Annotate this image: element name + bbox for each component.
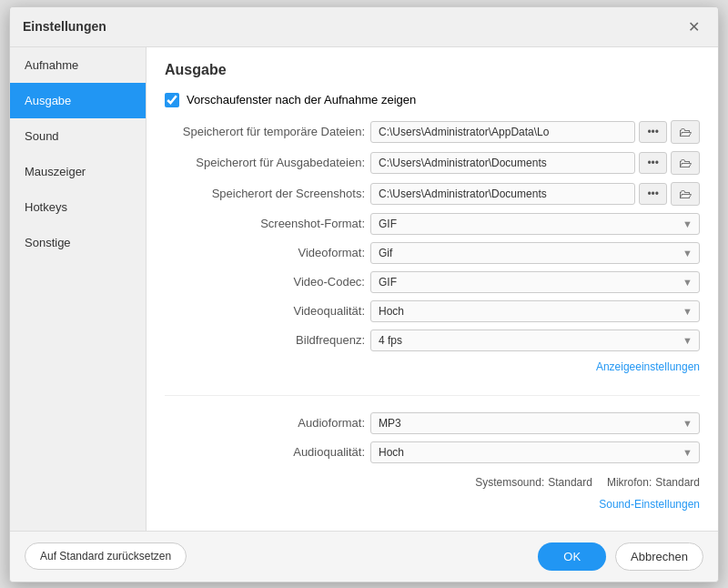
preview-checkbox-row: Vorschaufenster nach der Aufnahme zeigen [165,93,700,107]
sidebar-item-aufnahme[interactable]: Aufnahme [10,47,146,83]
systemsound-value: Standard [548,476,592,489]
dialog-body: Aufnahme Ausgabe Sound Mauszeiger Hotkey… [10,47,718,531]
videoformat-label: Videoformat: [165,246,365,259]
screenshot-path-label: Speicherort der Screenshots: [165,187,365,200]
videoformat-select[interactable]: GifMP4AVIWMV [370,242,700,264]
anzeigeeinstellungen-row: Anzeigeeinstellungen [165,360,700,373]
bildfrequenz-select[interactable]: 4 fps8 fps12 fps24 fps30 fps [370,329,700,351]
audio-status-row: Systemsound: Standard Mikrofon: Standard [165,476,700,489]
content-title: Ausgabe [165,62,700,78]
reset-button[interactable]: Auf Standard zurücksetzen [25,542,187,570]
settings-dialog: Einstellungen ✕ Aufnahme Ausgabe Sound M… [9,6,719,583]
anzeigeeinstellungen-button[interactable]: Anzeigeeinstellungen [596,360,700,373]
videoformat-row: Videoformat: GifMP4AVIWMV ▼ [165,242,700,264]
cancel-button[interactable]: Abbrechen [615,542,703,571]
sound-einstellungen-button[interactable]: Sound-Einstellungen [599,498,700,511]
screenshot-format-select[interactable]: GIFJPGPNGBMP [370,213,700,235]
temp-path-row: Speicherort für temporäre Dateien: ••• 🗁 [165,120,700,144]
sidebar-item-hotkeys[interactable]: Hotkeys [10,189,146,225]
systemsound-label: Systemsound: [475,476,544,489]
temp-path-label: Speicherort für temporäre Dateien: [165,125,365,138]
bildfrequenz-label: Bildfrequenz: [165,333,365,347]
mikrofon-value: Standard [655,476,700,489]
preview-checkbox-label: Vorschaufenster nach der Aufnahme zeigen [187,93,416,106]
dialog-footer: Auf Standard zurücksetzen OK Abbrechen [10,531,718,582]
dialog-title: Einstellungen [23,19,106,34]
video-codec-select-group: GIFH.264HEVC ▼ [370,271,700,293]
temp-path-dots-button[interactable]: ••• [639,121,667,143]
title-bar: Einstellungen ✕ [10,7,718,47]
form-section: Speicherort für temporäre Dateien: ••• 🗁… [165,120,700,516]
audioqualitaet-select[interactable]: HochMittelNiedrig [370,441,700,463]
videoqualitaet-row: Videoqualität: HochMittelNiedrig ▼ [165,300,700,322]
videoqualitaet-select[interactable]: HochMittelNiedrig [370,300,700,322]
video-codec-row: Video-Codec: GIFH.264HEVC ▼ [165,271,700,293]
video-codec-select[interactable]: GIFH.264HEVC [370,271,700,293]
output-path-input[interactable] [370,152,635,174]
output-path-input-group: ••• 🗁 [370,151,700,175]
temp-path-input-group: ••• 🗁 [370,120,700,144]
audioformat-select-group: MP3AACWMAWAV ▼ [370,412,700,434]
sidebar-item-mauszeiger[interactable]: Mauszeiger [10,154,146,189]
temp-path-folder-button[interactable]: 🗁 [671,120,700,144]
ok-button[interactable]: OK [538,542,606,571]
temp-path-input[interactable] [370,121,635,143]
separator [165,395,700,396]
close-button[interactable]: ✕ [682,16,705,37]
main-content: Ausgabe Vorschaufenster nach der Aufnahm… [147,47,718,531]
systemsound-status: Systemsound: Standard [475,476,592,489]
screenshot-format-select-group: GIFJPGPNGBMP ▼ [370,213,700,235]
bildfrequenz-row: Bildfrequenz: 4 fps8 fps12 fps24 fps30 f… [165,329,700,351]
sound-einstellungen-row: Sound-Einstellungen [165,498,700,511]
screenshot-format-label: Screenshot-Format: [165,217,365,230]
sidebar-item-ausgabe[interactable]: Ausgabe [10,83,146,118]
sidebar-item-sonstige[interactable]: Sonstige [10,225,146,260]
bildfrequenz-select-group: 4 fps8 fps12 fps24 fps30 fps ▼ [370,329,700,351]
sidebar-item-sound[interactable]: Sound [10,118,146,154]
videoqualitaet-select-group: HochMittelNiedrig ▼ [370,300,700,322]
preview-checkbox[interactable] [165,93,179,107]
audioqualitaet-select-group: HochMittelNiedrig ▼ [370,441,700,463]
audioformat-row: Audioformat: MP3AACWMAWAV ▼ [165,412,700,434]
video-codec-label: Video-Codec: [165,275,365,289]
output-path-folder-button[interactable]: 🗁 [671,151,700,175]
screenshot-path-folder-button[interactable]: 🗁 [671,182,700,206]
audioformat-select[interactable]: MP3AACWMAWAV [370,412,700,434]
sidebar: Aufnahme Ausgabe Sound Mauszeiger Hotkey… [10,47,147,531]
output-path-dots-button[interactable]: ••• [639,152,667,174]
footer-right-buttons: OK Abbrechen [538,542,703,571]
screenshot-format-row: Screenshot-Format: GIFJPGPNGBMP ▼ [165,213,700,235]
audioqualitaet-label: Audioqualität: [165,445,365,459]
audioqualitaet-row: Audioqualität: HochMittelNiedrig ▼ [165,441,700,463]
mikrofon-label: Mikrofon: [607,476,652,489]
output-path-label: Speicherort für Ausgabedateien: [165,156,365,169]
mikrofon-status: Mikrofon: Standard [607,476,700,489]
audioformat-label: Audioformat: [165,416,365,430]
videoformat-select-group: GifMP4AVIWMV ▼ [370,242,700,264]
screenshot-path-input[interactable] [370,183,635,205]
screenshot-path-row: Speicherort der Screenshots: ••• 🗁 [165,182,700,206]
screenshot-path-input-group: ••• 🗁 [370,182,700,206]
output-path-row: Speicherort für Ausgabedateien: ••• 🗁 [165,151,700,175]
screenshot-path-dots-button[interactable]: ••• [639,183,667,205]
videoqualitaet-label: Videoqualität: [165,304,365,318]
